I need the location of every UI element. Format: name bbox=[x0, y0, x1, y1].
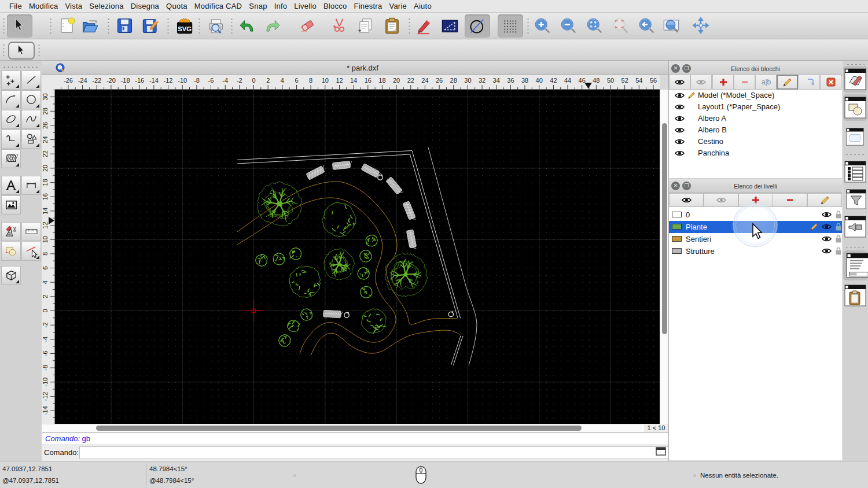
svg-text:a|b: a|b bbox=[761, 78, 771, 86]
svg-text:0: 0 bbox=[42, 309, 49, 312]
svg-text:18: 18 bbox=[42, 179, 49, 186]
svg-text:SVG: SVG bbox=[178, 25, 192, 32]
svg-text:6: 6 bbox=[295, 77, 298, 84]
svg-text:10: 10 bbox=[322, 77, 329, 84]
svg-text:-26: -26 bbox=[64, 77, 73, 84]
svg-text:20: 20 bbox=[42, 165, 49, 172]
svg-text:8: 8 bbox=[309, 77, 312, 84]
svg-text:-10: -10 bbox=[42, 378, 49, 387]
svg-text:-6: -6 bbox=[208, 77, 214, 84]
svg-text:0: 0 bbox=[252, 77, 255, 84]
svg-text:-14: -14 bbox=[42, 406, 49, 415]
svg-text:4: 4 bbox=[281, 77, 284, 84]
svg-text:8: 8 bbox=[42, 252, 49, 256]
svg-text:-8: -8 bbox=[194, 77, 200, 84]
svg-text:32: 32 bbox=[479, 77, 486, 84]
svg-text:2: 2 bbox=[42, 295, 49, 298]
svg-text:-2: -2 bbox=[237, 77, 242, 84]
svg-text:34: 34 bbox=[493, 77, 500, 84]
svg-text:-24: -24 bbox=[78, 77, 87, 84]
svg-text:2: 2 bbox=[266, 77, 270, 84]
svg-text:36: 36 bbox=[507, 77, 514, 84]
svg-text:28: 28 bbox=[450, 77, 457, 84]
svg-text:44: 44 bbox=[564, 77, 571, 84]
svg-text:10: 10 bbox=[42, 236, 49, 243]
svg-text:-8: -8 bbox=[42, 365, 49, 371]
svg-text:4: 4 bbox=[42, 280, 49, 284]
svg-text:12: 12 bbox=[336, 77, 343, 84]
svg-text:26: 26 bbox=[42, 122, 49, 129]
svg-text:42: 42 bbox=[550, 77, 557, 84]
svg-text:50: 50 bbox=[607, 77, 614, 84]
svg-text:14: 14 bbox=[350, 77, 357, 84]
svg-text:28: 28 bbox=[42, 108, 49, 114]
svg-text:52: 52 bbox=[621, 77, 628, 84]
svg-text:-14: -14 bbox=[149, 77, 159, 84]
svg-text:56: 56 bbox=[650, 77, 657, 84]
svg-text:12: 12 bbox=[42, 221, 49, 228]
svg-text:-18: -18 bbox=[121, 77, 130, 84]
svg-text:54: 54 bbox=[635, 77, 642, 84]
svg-text:24: 24 bbox=[42, 136, 49, 143]
svg-text:-10: -10 bbox=[178, 77, 187, 84]
svg-text:38: 38 bbox=[521, 77, 528, 84]
svg-text:48: 48 bbox=[593, 77, 599, 84]
svg-text:40: 40 bbox=[536, 77, 543, 84]
svg-text:20: 20 bbox=[393, 77, 400, 84]
svg-text:26: 26 bbox=[436, 77, 443, 84]
svg-text:22: 22 bbox=[42, 150, 49, 157]
svg-text:24: 24 bbox=[421, 77, 428, 84]
svg-text:-2: -2 bbox=[42, 322, 49, 328]
svg-text:-6: -6 bbox=[42, 351, 49, 357]
svg-text:-22: -22 bbox=[92, 77, 101, 84]
svg-text:30: 30 bbox=[42, 93, 49, 100]
svg-text:-16: -16 bbox=[135, 77, 144, 84]
svg-text:-4: -4 bbox=[222, 77, 228, 84]
svg-text:-12: -12 bbox=[42, 392, 49, 401]
svg-text:30: 30 bbox=[464, 77, 471, 84]
svg-text:14: 14 bbox=[42, 208, 49, 215]
svg-text:-20: -20 bbox=[106, 77, 116, 84]
svg-text:18: 18 bbox=[378, 77, 385, 84]
svg-text:16: 16 bbox=[365, 77, 372, 84]
svg-text:6: 6 bbox=[42, 266, 49, 269]
svg-text:22: 22 bbox=[407, 77, 414, 84]
svg-text:-12: -12 bbox=[164, 77, 173, 84]
svg-text:16: 16 bbox=[42, 193, 49, 200]
svg-text:-4: -4 bbox=[42, 337, 49, 342]
